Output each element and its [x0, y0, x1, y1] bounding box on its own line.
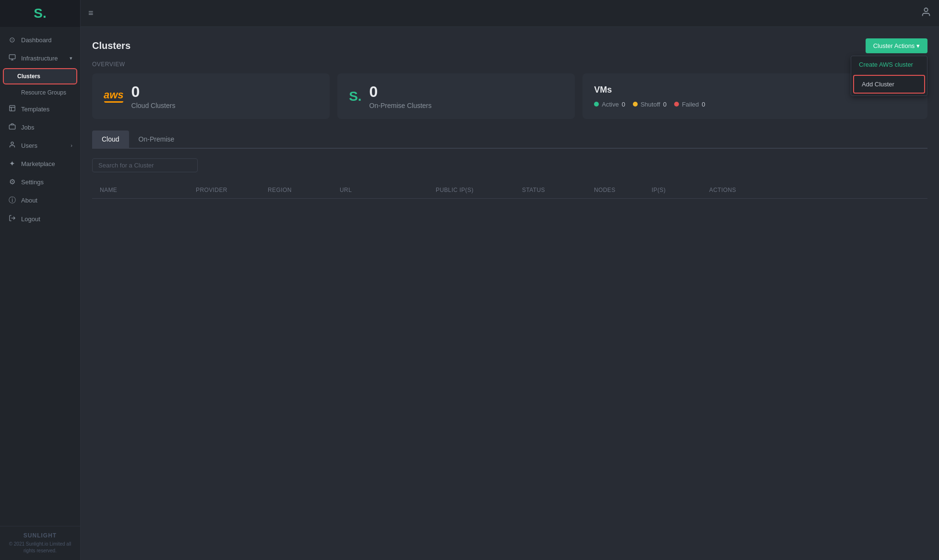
sidebar-item-label: Infrastructure: [21, 55, 58, 62]
vm-status-row: Active 0 Shutoff 0 Failed 0: [594, 101, 916, 108]
cluster-actions-dropdown: Create AWS cluster Add Cluster: [851, 56, 927, 96]
overview-label: Overview: [92, 61, 927, 68]
sidebar-brand: SUNLIGHT: [4, 532, 76, 539]
shutoff-label: Shutoff: [641, 101, 660, 108]
search-bar: [92, 158, 927, 172]
sidebar-logo: S.: [0, 0, 80, 27]
col-ips: IP(s): [652, 187, 709, 193]
sidebar-item-jobs[interactable]: Jobs: [0, 118, 80, 136]
table-header: Name Provider Region URL Public IP(s) St…: [92, 182, 927, 199]
sidebar-item-label: Templates: [21, 106, 49, 113]
aws-icon: aws: [104, 90, 124, 103]
marketplace-icon: ✦: [8, 159, 16, 168]
tab-cloud[interactable]: Cloud: [92, 131, 129, 149]
main-content: ≡ Clusters Cluster Actions ▾ Create AWS …: [81, 0, 939, 560]
users-icon: [8, 141, 16, 150]
active-label: Active: [602, 101, 618, 108]
on-premise-clusters-count: 0: [369, 83, 432, 101]
col-actions: Actions: [709, 187, 757, 193]
failed-count: 0: [702, 101, 705, 108]
shutoff-count: 0: [663, 101, 666, 108]
col-region: Region: [268, 187, 340, 193]
vm-failed-status: Failed 0: [674, 101, 705, 108]
sidebar-item-label: Dashboard: [21, 36, 52, 44]
sidebar-item-resource-groups[interactable]: Resource Groups: [0, 85, 80, 100]
overview-cards: aws 0 Cloud Clusters S. 0 On-Premise Clu…: [92, 73, 927, 119]
sidebar-item-dashboard[interactable]: ⊙ Dashboard: [0, 31, 80, 49]
sidebar-nav: ⊙ Dashboard Infrastructure ▾ Clusters Re…: [0, 27, 80, 526]
sidebar-item-about[interactable]: ⓘ About: [0, 191, 80, 210]
infrastructure-icon: [8, 54, 16, 62]
sidebar-item-label: Jobs: [21, 124, 34, 131]
sidebar-item-label: Resource Groups: [21, 89, 66, 96]
sidebar-item-label: Settings: [21, 179, 44, 186]
svg-rect-0: [9, 55, 15, 59]
chevron-down-icon: ▾: [70, 55, 72, 61]
failed-dot: [674, 102, 679, 107]
sidebar: S. ⊙ Dashboard Infrastructure ▾ Clusters…: [0, 0, 81, 560]
page-header: Clusters Cluster Actions ▾ Create AWS cl…: [92, 38, 927, 53]
logo-text: S.: [34, 6, 46, 21]
settings-icon: ⚙: [8, 178, 16, 186]
sidebar-item-infrastructure[interactable]: Infrastructure ▾: [0, 49, 80, 67]
sidebar-item-users[interactable]: Users ›: [0, 136, 80, 155]
on-premise-clusters-label: On-Premise Clusters: [369, 102, 432, 109]
templates-icon: [8, 105, 16, 113]
sidebar-item-settings[interactable]: ⚙ Settings: [0, 173, 80, 191]
cluster-tabs: Cloud On-Premise: [92, 131, 927, 149]
sidebar-item-label: About: [21, 197, 37, 204]
svg-point-7: [11, 142, 13, 144]
svg-point-9: [924, 8, 927, 12]
about-icon: ⓘ: [8, 196, 16, 205]
shutoff-dot: [633, 102, 638, 107]
on-premise-clusters-info: 0 On-Premise Clusters: [369, 83, 432, 109]
sidebar-item-label: Logout: [21, 215, 40, 223]
vm-shutoff-status: Shutoff 0: [633, 101, 666, 108]
create-aws-cluster-item[interactable]: Create AWS cluster: [851, 56, 927, 73]
sidebar-footer: SUNLIGHT © 2021 Sunlight.io Limited all …: [0, 526, 80, 560]
app-logo: S.: [30, 3, 51, 24]
cluster-actions-button[interactable]: Cluster Actions ▾: [866, 38, 927, 53]
add-cluster-item[interactable]: Add Cluster: [853, 75, 925, 94]
col-status: Status: [522, 187, 594, 193]
chevron-right-icon: ›: [71, 143, 72, 148]
table-body: [92, 199, 927, 295]
dashboard-icon: ⊙: [8, 36, 16, 44]
tab-on-premise[interactable]: On-Premise: [129, 131, 184, 149]
page-title: Clusters: [92, 40, 131, 51]
sidebar-item-templates[interactable]: Templates: [0, 100, 80, 118]
cluster-actions-label: Cluster Actions ▾: [873, 42, 920, 49]
sidebar-item-label: Users: [21, 142, 37, 149]
clusters-table: Name Provider Region URL Public IP(s) St…: [92, 182, 927, 295]
logout-icon: [8, 214, 16, 223]
on-premise-clusters-card: S. 0 On-Premise Clusters: [337, 73, 575, 119]
failed-label: Failed: [682, 101, 699, 108]
cloud-clusters-info: 0 Cloud Clusters: [131, 83, 176, 109]
col-provider: Provider: [196, 187, 268, 193]
active-count: 0: [622, 101, 625, 108]
sidebar-item-clusters[interactable]: Clusters: [3, 68, 77, 84]
col-public-ips: Public IP(s): [436, 187, 522, 193]
search-input[interactable]: [92, 158, 198, 172]
cluster-actions-container: Cluster Actions ▾ Create AWS cluster Add…: [866, 38, 927, 53]
cloud-clusters-card: aws 0 Cloud Clusters: [92, 73, 330, 119]
col-nodes: Nodes: [594, 187, 652, 193]
menu-icon[interactable]: ≡: [88, 8, 94, 18]
sidebar-item-logout[interactable]: Logout: [0, 210, 80, 228]
cloud-clusters-count: 0: [131, 83, 176, 101]
page-content: Clusters Cluster Actions ▾ Create AWS cl…: [81, 27, 939, 560]
user-profile-icon[interactable]: [921, 7, 931, 20]
svg-rect-6: [9, 125, 15, 129]
active-dot: [594, 102, 599, 107]
vm-active-status: Active 0: [594, 101, 625, 108]
svg-rect-3: [9, 106, 14, 111]
sidebar-item-marketplace[interactable]: ✦ Marketplace: [0, 155, 80, 173]
sunlight-icon: S.: [349, 89, 361, 104]
sidebar-item-label: Marketplace: [21, 160, 55, 167]
col-url: URL: [340, 187, 436, 193]
sidebar-copyright: © 2021 Sunlight.io Limited all rights re…: [4, 541, 76, 554]
cloud-clusters-label: Cloud Clusters: [131, 102, 176, 109]
col-name: Name: [100, 187, 196, 193]
jobs-icon: [8, 123, 16, 131]
topbar: ≡: [81, 0, 939, 27]
